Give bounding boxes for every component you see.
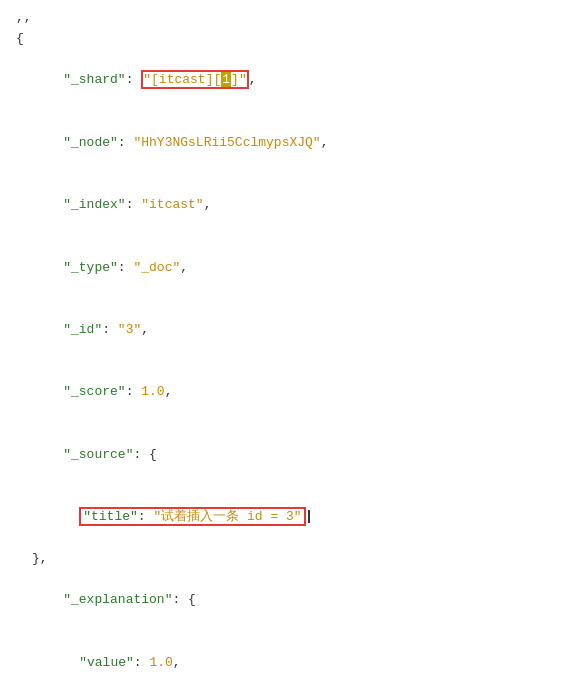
description-line: "description": "*:*", [0,694,588,700]
title-line-1: "title": "试着插入一条 id = 3" [0,486,588,548]
id-line-1: "_id": "3", [0,299,588,361]
node-line-1: "_node": "HhY3NGsLRii5CclmypsXJQ", [0,112,588,174]
source-line-1: "_source": { [0,424,588,486]
score-line-1: "_score": 1.0, [0,362,588,424]
index-line-1: "_index": "itcast", [0,174,588,236]
code-line: { [0,29,588,50]
code-viewer: ,, { "_shard": "[itcast][1]", "_node": "… [0,0,588,700]
code-line: ,, [0,8,588,29]
type-line-1: "_type": "_doc", [0,237,588,299]
value-line: "value": 1.0, [0,632,588,694]
shard-line-1: "_shard": "[itcast][1]", [0,50,588,112]
explanation-line: "_explanation": { [0,570,588,632]
source-close-1: }, [0,549,588,570]
